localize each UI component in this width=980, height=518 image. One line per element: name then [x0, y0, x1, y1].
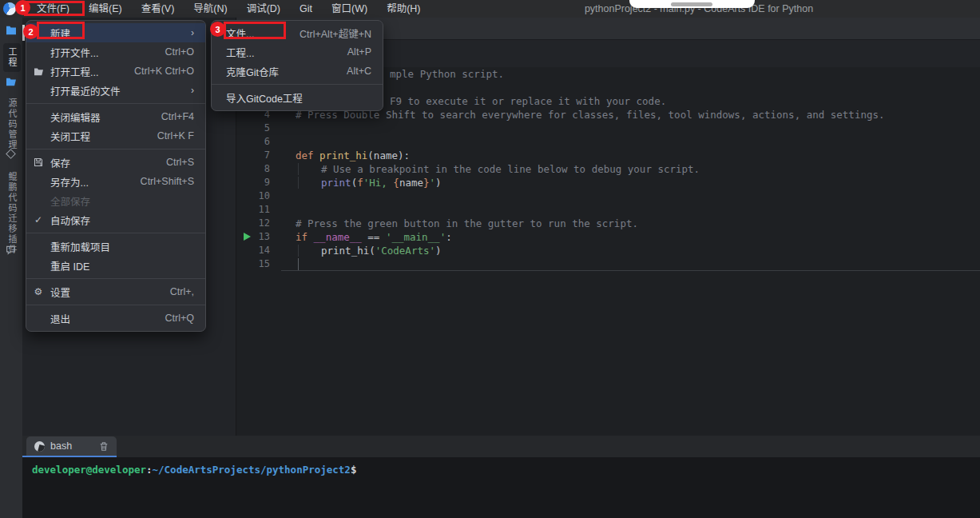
line-number: 6 — [236, 135, 281, 149]
menu-item-shortcut: Ctrl+Q — [165, 313, 194, 324]
code-line[interactable]: 5 — [236, 122, 980, 135]
code-line[interactable]: 7 def print_hi(name): — [236, 149, 980, 162]
menu-item-label: 重新加载项目 — [50, 239, 110, 254]
menu-item[interactable]: 打开文件... Ctrl+O › — [26, 42, 205, 62]
menu-item[interactable]: 导入GitCode工程 › — [212, 88, 383, 107]
code-text: def print_hi(name): — [281, 149, 980, 162]
code-token: print_hi — [319, 149, 367, 161]
menubar-item[interactable]: Git — [292, 0, 320, 18]
menubar-item[interactable]: 编辑(E) — [81, 0, 130, 18]
prompt-colon: : — [146, 464, 153, 476]
code-line[interactable]: 11 — [236, 203, 980, 217]
trash-icon[interactable] — [99, 441, 109, 452]
code-editor[interactable]: mple Python script. F9 to execute it or … — [236, 67, 980, 436]
code-text: print_hi('CodeArts') — [281, 244, 980, 257]
code-text — [281, 122, 980, 135]
terminal-tab-row: bash — [22, 436, 980, 457]
save-icon — [26, 157, 50, 167]
terminal-tab-bash[interactable]: bash — [26, 436, 117, 456]
menu-separator — [26, 305, 205, 305]
code-text: if __name__ == '__main__': — [281, 230, 980, 244]
code-token: __name__ — [314, 231, 362, 243]
chat-bubble-icon[interactable] — [6, 245, 16, 255]
annotation-step-1: 1 — [15, 0, 30, 15]
menu-item[interactable]: ⚙ 设置 Ctrl+, › — [26, 282, 205, 301]
menu-separator — [26, 103, 205, 104]
code-token: # Press the green button in the gutter t… — [296, 217, 638, 229]
code-token: # Use a breakpoint in the code line belo… — [321, 163, 700, 175]
menu-item[interactable]: 工程... Alt+P › — [212, 42, 383, 62]
menubar-item[interactable]: 帮助(H) — [379, 0, 428, 18]
code-line[interactable]: 12 # Press the green button in the gutte… — [236, 217, 980, 230]
menu-item-shortcut: Alt+P — [347, 46, 371, 58]
menu-item-label: 另存为... — [50, 174, 89, 189]
code-text: F9 to execute it or replace it with your… — [281, 94, 980, 108]
code-text — [281, 189, 980, 203]
code-line[interactable]: 13 if __name__ == '__main__': — [236, 230, 980, 244]
menu-item[interactable]: 打开最近的文件 › — [26, 81, 205, 100]
line-number: 7 — [236, 149, 281, 162]
menubar-item[interactable]: 调试(D) — [239, 0, 288, 18]
code-line[interactable]: 15 — [236, 257, 980, 271]
menu-item-label: 打开文件... — [50, 45, 98, 60]
menu-item[interactable]: 另存为... Ctrl+Shift+S › — [26, 172, 205, 191]
menu-item[interactable]: 全部保存 › — [26, 191, 205, 210]
menu-item-shortcut: Ctrl+Alt+超键+N — [300, 26, 371, 41]
code-token: print — [321, 177, 351, 189]
code-token: (name): — [367, 149, 410, 161]
menu-item[interactable]: 关闭编辑器 Ctrl+F4 › — [26, 107, 205, 126]
menu-item-shortcut: Ctrl+K Ctrl+O — [134, 66, 194, 77]
code-token: } — [423, 177, 430, 189]
terminal[interactable]: developer@developer:~/CodeArtsProjects/p… — [0, 457, 980, 518]
code-text: # Press the green button in the gutter t… — [281, 217, 980, 230]
menu-item-shortcut: Ctrl+F4 — [161, 111, 194, 122]
menubar-item[interactable]: 导航(N) — [185, 0, 235, 18]
gear-icon: ⚙ — [26, 286, 50, 297]
menu-item-label: 打开最近的文件 — [50, 83, 121, 98]
menu-item-label: 自动保存 — [50, 213, 90, 228]
menu-item[interactable]: 重新加载项目 › — [26, 237, 205, 256]
menubar-item[interactable]: 查看(V) — [133, 0, 183, 18]
menubar-item-label: 查看(V) — [141, 3, 175, 14]
line-number: 8 — [236, 162, 281, 176]
code-token: : — [446, 231, 452, 243]
menu-item[interactable]: 重启 IDE › — [26, 256, 205, 275]
code-token: ) — [435, 177, 442, 189]
folder-open-icon[interactable] — [6, 77, 17, 86]
menu-item-label: 全部保存 — [50, 193, 90, 209]
code-line[interactable]: 9 print(f'Hi, {name}') — [236, 176, 980, 189]
sidebar-item-source-control[interactable]: 源代码管理 — [3, 94, 21, 154]
code-line[interactable]: 6 — [236, 135, 980, 149]
menu-item-label: 关闭工程 — [50, 129, 90, 144]
menubar-item-label: 调试(D) — [247, 3, 280, 14]
menu-separator — [212, 84, 383, 85]
code-text: mple Python script. — [281, 67, 980, 81]
code-line[interactable]: 8 # Use a breakpoint in the code line be… — [236, 162, 980, 176]
line-number: 12 — [236, 217, 281, 230]
prompt-path: ~/CodeArtsProjects/pythonProject2 — [153, 464, 351, 476]
run-button-icon[interactable] — [244, 233, 251, 241]
prompt-user: developer@developer — [32, 464, 146, 476]
menu-item-label: 设置 — [50, 285, 70, 300]
menu-item[interactable]: 退出 Ctrl+Q › — [26, 309, 205, 328]
code-line[interactable]: 14 print_hi('CodeArts') — [236, 244, 980, 257]
menu-item[interactable]: 关闭工程 Ctrl+K F › — [26, 126, 205, 145]
annotation-box-new — [37, 22, 85, 39]
code-token: if — [296, 231, 314, 243]
terminal-tab-label: bash — [50, 440, 72, 452]
menu-item-label: 工程... — [226, 45, 254, 60]
menu-item[interactable]: 保存 Ctrl+S › — [26, 153, 205, 172]
menu-item[interactable]: 打开工程... Ctrl+K Ctrl+O › — [26, 62, 205, 81]
annotation-step-2: 2 — [23, 24, 38, 39]
file-menu-dropdown: 新建 › 打开文件... Ctrl+O › 打开工程... Ctrl+K Ctr… — [26, 20, 206, 332]
menu-item[interactable]: 克隆Git仓库 Alt+C › — [212, 62, 383, 81]
sidebar-item-project[interactable]: 工程 — [3, 43, 21, 72]
code-token: 'Hi, — [363, 177, 394, 189]
menubar-item-label: 编辑(E) — [89, 3, 122, 14]
menubar-item[interactable]: 窗口(W) — [323, 0, 375, 18]
code-line[interactable]: 10 — [236, 189, 980, 203]
code-text — [281, 257, 980, 271]
folder-icon[interactable] — [6, 26, 17, 35]
menu-item[interactable]: ✓ 自动保存 › — [26, 210, 205, 229]
code-token: def — [296, 149, 319, 161]
